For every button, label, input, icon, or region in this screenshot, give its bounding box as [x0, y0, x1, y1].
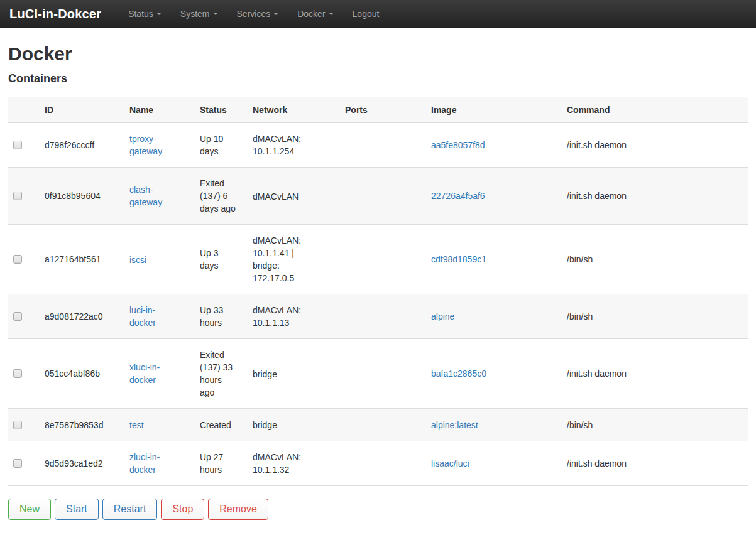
container-name-link[interactable]: xluci-in-docker	[129, 361, 180, 386]
nav-link[interactable]: Status	[119, 1, 171, 27]
cell-status: Up 10 days	[200, 132, 239, 158]
image-link[interactable]: alpine:latest	[431, 420, 478, 430]
row-checkbox[interactable]	[13, 312, 22, 321]
cell-id: 8e7587b9853d	[40, 409, 124, 441]
table-row: a127164bf561 iscsi Up 3 days dMACvLAN: 1…	[8, 225, 748, 294]
cell-status: Exited (137) 33 hours ago	[200, 348, 239, 399]
cell-status: Up 33 hours	[200, 304, 239, 329]
nav-item-services: Services	[227, 1, 288, 27]
cell-status: Created	[200, 419, 239, 431]
row-checkbox[interactable]	[13, 255, 22, 264]
image-link[interactable]: aa5fe8057f8d	[431, 140, 485, 150]
brand-logo[interactable]: LuCI-in-Dokcer	[8, 7, 102, 21]
table-row: 8e7587b9853d test Created bridge alpine:…	[8, 409, 748, 441]
container-name-link[interactable]: clash-gateway	[129, 183, 180, 208]
cell-id: 0f91c8b95604	[40, 168, 124, 225]
restart-button[interactable]: Restart	[102, 499, 158, 520]
cell-network: dMACvLAN: 10.1.1.41 | bridge: 172.17.0.5	[253, 234, 320, 284]
column-header-command: Command	[562, 97, 748, 123]
container-name-link[interactable]: test	[129, 419, 180, 431]
row-checkbox[interactable]	[13, 369, 22, 378]
cell-network: dMACvLAN: 10.1.1.13	[253, 304, 320, 329]
column-header-name: Name	[124, 97, 195, 123]
cell-ports	[340, 339, 426, 409]
cell-ports	[340, 123, 426, 168]
table-row: 9d5d93ca1ed2 zluci-in-docker Up 27 hours…	[8, 441, 748, 486]
cell-command: /bin/sh	[562, 225, 748, 294]
cell-status: Up 27 hours	[200, 451, 239, 476]
cell-ports	[340, 409, 426, 441]
chevron-down-icon	[156, 13, 162, 15]
table-header-row: IDNameStatusNetworkPortsImageCommand	[8, 97, 748, 123]
image-link[interactable]: bafa1c2865c0	[431, 369, 486, 379]
cell-id: a9d081722ac0	[40, 294, 124, 339]
image-link[interactable]: lisaac/luci	[431, 458, 469, 468]
nav-item-system: System	[171, 1, 227, 27]
select-column-header	[8, 97, 40, 123]
top-navbar: LuCI-in-Dokcer Status System Services Do…	[0, 0, 756, 28]
chevron-down-icon	[213, 13, 218, 15]
main-content: Docker Containers IDNameStatusNetworkPor…	[0, 43, 756, 520]
cell-command: /init.sh daemon	[562, 339, 748, 409]
chevron-down-icon	[273, 13, 278, 15]
cell-ports	[340, 168, 426, 225]
action-buttons: NewStartRestartStopRemove	[8, 499, 748, 520]
nav-item-docker: Docker	[288, 1, 342, 27]
cell-ports	[340, 225, 426, 294]
cell-id: 9d5d93ca1ed2	[40, 441, 124, 486]
container-name-link[interactable]: iscsi	[129, 254, 180, 266]
column-header-id: ID	[40, 97, 124, 123]
container-name-link[interactable]: tproxy-gateway	[129, 132, 180, 158]
image-link[interactable]: alpine	[431, 311, 454, 321]
table-row: 051cc4abf86b xluci-in-docker Exited (137…	[8, 339, 748, 409]
column-header-network: Network	[248, 97, 340, 123]
nav-item-logout: Logout	[343, 1, 389, 27]
table-body: d798f26cccff tproxy-gateway Up 10 days d…	[8, 123, 748, 486]
container-name-link[interactable]: luci-in-docker	[129, 304, 180, 329]
cell-network: dMACvLAN	[253, 190, 320, 203]
row-checkbox[interactable]	[13, 459, 22, 468]
nav-item-status: Status	[119, 1, 171, 27]
table-row: d798f26cccff tproxy-gateway Up 10 days d…	[8, 123, 748, 168]
row-checkbox[interactable]	[13, 141, 22, 149]
remove-button[interactable]: Remove	[208, 499, 268, 520]
page-title: Docker	[8, 43, 748, 65]
cell-ports	[340, 294, 426, 339]
cell-ports	[340, 441, 426, 486]
cell-command: /bin/sh	[562, 409, 748, 441]
cell-id: d798f26cccff	[40, 123, 124, 168]
cell-command: /init.sh daemon	[562, 168, 748, 225]
column-header-status: Status	[195, 97, 248, 123]
nav-link[interactable]: System	[171, 1, 227, 27]
cell-id: a127164bf561	[40, 225, 124, 294]
cell-status: Up 3 days	[200, 247, 239, 272]
cell-status: Exited (137) 6 days ago	[200, 177, 239, 215]
cell-network: dMACvLAN: 10.1.1.32	[253, 451, 320, 476]
row-checkbox[interactable]	[13, 421, 22, 429]
containers-table: IDNameStatusNetworkPortsImageCommand d79…	[8, 97, 748, 486]
stop-button[interactable]: Stop	[161, 499, 204, 520]
nav-menu: Status System Services Docker Logout	[119, 1, 388, 27]
cell-command: /init.sh daemon	[562, 441, 748, 486]
cell-network: dMACvLAN: 10.1.1.254	[253, 132, 320, 158]
nav-link[interactable]: Docker	[288, 1, 342, 27]
nav-link[interactable]: Logout	[343, 1, 389, 27]
column-header-ports: Ports	[340, 97, 426, 123]
cell-command: /init.sh daemon	[562, 123, 748, 168]
table-row: a9d081722ac0 luci-in-docker Up 33 hours …	[8, 294, 748, 339]
chevron-down-icon	[329, 13, 334, 15]
cell-network: bridge	[253, 368, 320, 381]
column-header-image: Image	[426, 97, 562, 123]
new-button[interactable]: New	[8, 499, 51, 520]
container-name-link[interactable]: zluci-in-docker	[129, 451, 180, 476]
cell-command: /bin/sh	[562, 294, 748, 339]
image-link[interactable]: cdf98d1859c1	[431, 254, 486, 264]
table-row: 0f91c8b95604 clash-gateway Exited (137) …	[8, 168, 748, 225]
section-title: Containers	[8, 72, 748, 85]
image-link[interactable]: 22726a4f5af6	[431, 191, 485, 201]
start-button[interactable]: Start	[55, 499, 99, 520]
nav-link[interactable]: Services	[227, 1, 288, 27]
cell-network: bridge	[253, 419, 320, 431]
row-checkbox[interactable]	[13, 192, 22, 200]
cell-id: 051cc4abf86b	[40, 339, 124, 409]
